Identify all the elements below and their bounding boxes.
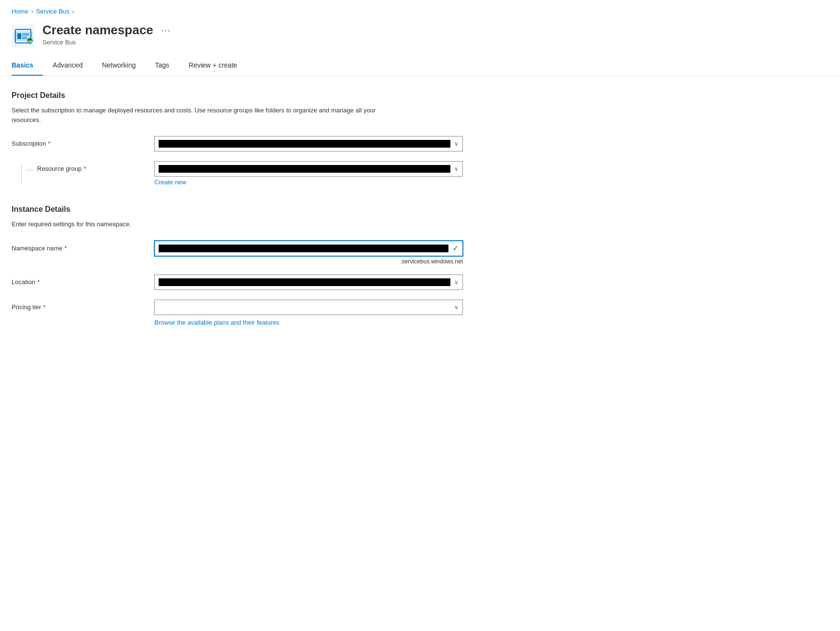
resource-group-value-redacted xyxy=(159,165,450,173)
page-title: Create namespace xyxy=(42,23,153,38)
resource-group-dropdown[interactable]: ∨ xyxy=(154,161,463,177)
service-bus-icon: SB xyxy=(12,25,35,48)
breadcrumb: Home › Service Bus › xyxy=(0,0,840,19)
page-subtitle: Service Bus xyxy=(42,39,172,46)
pricing-tier-chevron-icon: ∨ xyxy=(454,304,459,311)
tabs-nav: Basics Advanced Networking Tags Review +… xyxy=(12,55,828,75)
pricing-tier-control-col: ∨ Browse the available plans and their f… xyxy=(154,300,463,326)
location-label: Location xyxy=(12,278,35,286)
tabs-container: Basics Advanced Networking Tags Review +… xyxy=(0,55,840,76)
pricing-tier-label-col: Pricing tier * xyxy=(12,300,147,311)
namespace-name-required: * xyxy=(65,245,67,252)
breadcrumb-home[interactable]: Home xyxy=(12,8,28,15)
more-options-button[interactable]: ··· xyxy=(159,23,173,38)
tab-advanced[interactable]: Advanced xyxy=(43,55,92,76)
page-header: SB Create namespace ··· Service Bus xyxy=(0,19,840,55)
resource-group-label-col: Resource group * xyxy=(12,161,147,184)
project-details-title: Project Details xyxy=(12,91,519,100)
breadcrumb-service-bus[interactable]: Service Bus xyxy=(36,8,69,15)
resource-group-control-col: ∨ Create new xyxy=(154,161,463,186)
svg-rect-5 xyxy=(22,37,27,39)
subscription-label-col: Subscription * xyxy=(12,136,147,147)
resource-group-label: Resource group xyxy=(37,165,82,172)
location-control-col: ∨ xyxy=(154,274,463,290)
subscription-chevron-icon: ∨ xyxy=(454,140,459,147)
namespace-name-label: Namespace name xyxy=(12,245,63,252)
tab-networking[interactable]: Networking xyxy=(92,55,145,76)
subscription-row: Subscription * ∨ xyxy=(12,136,519,151)
resource-group-row: Resource group * ∨ Create new xyxy=(12,161,519,186)
namespace-name-input[interactable]: ✓ xyxy=(154,241,463,256)
breadcrumb-separator-1: › xyxy=(31,8,33,15)
page-title-block: Create namespace ··· Service Bus xyxy=(42,23,172,46)
instance-details-description: Enter required settings for this namespa… xyxy=(12,219,378,229)
location-dropdown[interactable]: ∨ xyxy=(154,274,463,290)
namespace-name-check-icon: ✓ xyxy=(452,244,459,253)
main-content: Project Details Select the subscription … xyxy=(0,76,530,361)
pricing-tier-label: Pricing tier xyxy=(12,303,41,311)
project-details-section: Project Details Select the subscription … xyxy=(12,91,519,186)
location-chevron-icon: ∨ xyxy=(454,279,459,286)
pricing-tier-required: * xyxy=(43,303,45,311)
svg-rect-4 xyxy=(22,33,29,36)
tab-review-create[interactable]: Review + create xyxy=(179,55,247,76)
subscription-value-redacted xyxy=(159,140,450,148)
create-new-link[interactable]: Create new xyxy=(154,178,186,186)
namespace-name-value-redacted xyxy=(159,245,448,252)
location-row: Location * ∨ xyxy=(12,274,519,290)
subscription-required: * xyxy=(48,140,51,147)
browse-plans-link[interactable]: Browse the available plans and their fea… xyxy=(154,319,279,326)
location-label-col: Location * xyxy=(12,274,147,286)
tab-tags[interactable]: Tags xyxy=(145,55,179,76)
namespace-name-control-col: ✓ .servicebus.windows.net xyxy=(154,241,463,265)
namespace-name-label-col: Namespace name * xyxy=(12,241,147,252)
location-value-redacted xyxy=(159,278,450,286)
subscription-control-col: ∨ xyxy=(154,136,463,151)
svg-rect-3 xyxy=(17,33,21,39)
resource-group-required: * xyxy=(84,165,86,172)
svg-text:SB: SB xyxy=(27,40,32,44)
subscription-dropdown[interactable]: ∨ xyxy=(154,136,463,151)
breadcrumb-separator-2: › xyxy=(72,8,74,15)
instance-details-section: Instance Details Enter required settings… xyxy=(12,205,519,326)
subscription-label: Subscription xyxy=(12,140,46,147)
location-required: * xyxy=(37,278,40,286)
namespace-name-row: Namespace name * ✓ .servicebus.windows.n… xyxy=(12,241,519,265)
tab-basics[interactable]: Basics xyxy=(12,55,43,76)
pricing-tier-row: Pricing tier * ∨ Browse the available pl… xyxy=(12,300,519,326)
namespace-suffix: .servicebus.windows.net xyxy=(154,258,463,265)
project-details-description: Select the subscription to manage deploy… xyxy=(12,106,378,124)
instance-details-title: Instance Details xyxy=(12,205,519,214)
resource-group-chevron-icon: ∨ xyxy=(454,165,459,172)
pricing-tier-dropdown[interactable]: ∨ xyxy=(154,300,463,315)
indent-wrapper: Resource group * xyxy=(21,165,86,184)
